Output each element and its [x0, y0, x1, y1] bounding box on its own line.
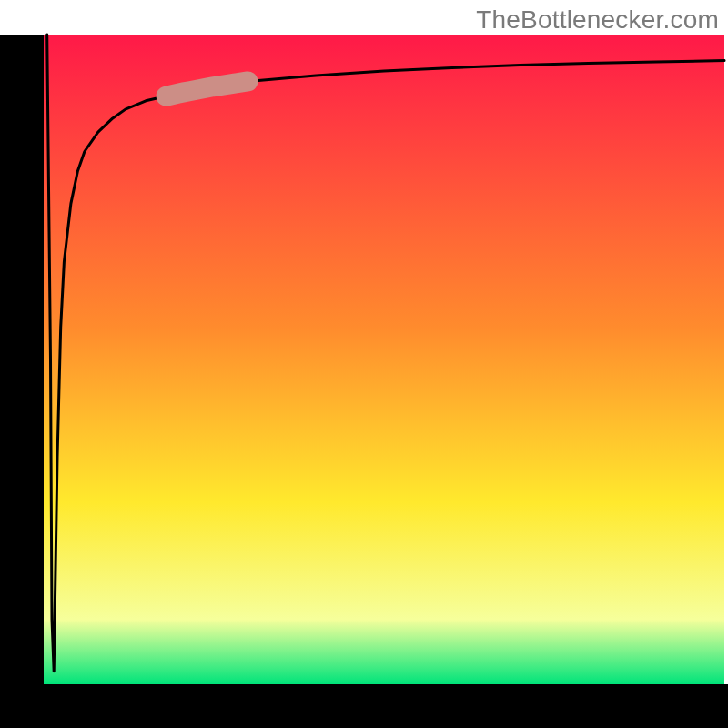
frame-left	[0, 35, 44, 728]
chart-stage: TheBottlenecker.com	[0, 0, 728, 728]
bottleneck-chart	[0, 0, 728, 728]
plot-background	[44, 35, 724, 684]
frame-bottom	[0, 684, 728, 728]
